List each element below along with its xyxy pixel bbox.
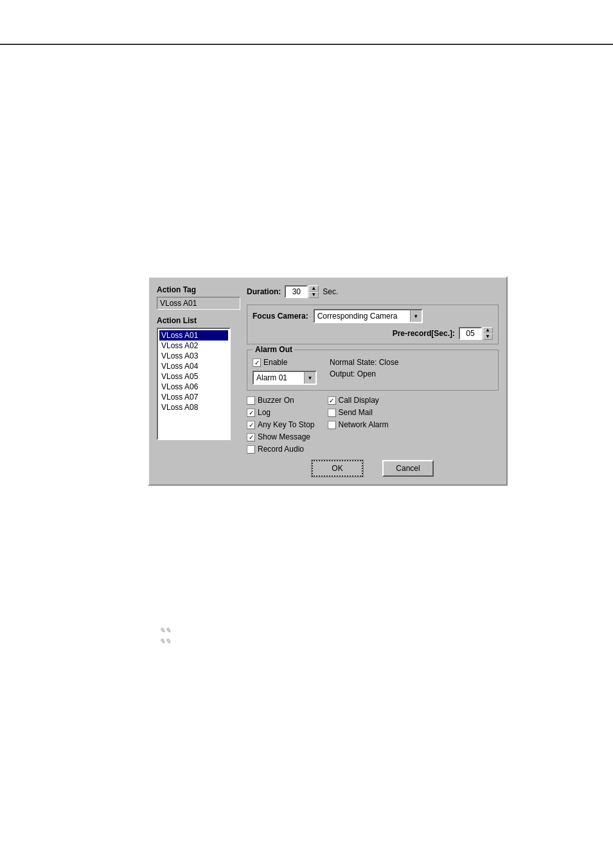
alarm-out-dropdown[interactable]: Alarm 01 ▼	[253, 371, 317, 385]
any-key-checkbox[interactable]	[247, 421, 255, 429]
duration-down-button[interactable]: ▼	[308, 292, 319, 298]
duration-spinbox: ▲ ▼	[285, 285, 319, 298]
buzzer-on-label: Buzzer On	[258, 396, 294, 405]
right-panel: Duration: ▲ ▼ Sec. Focus Camera: Corresp…	[247, 285, 499, 477]
buzzer-on-row: Buzzer On	[247, 396, 315, 405]
prerecord-up-button[interactable]: ▲	[483, 327, 493, 333]
top-divider	[0, 44, 613, 45]
alarm-out-value: Alarm 01	[254, 373, 304, 383]
log-label: Log	[258, 408, 271, 417]
prerecord-spin-buttons: ▲ ▼	[483, 327, 493, 340]
focus-camera-value: Corresponding Camera	[315, 311, 410, 321]
any-key-row: Any Key To Stop	[247, 420, 315, 429]
send-mail-row: Send Mail	[328, 408, 389, 417]
camera-section: Focus Camera: Corresponding Camera ▼ Pre…	[247, 305, 499, 344]
output-label: Output: Open	[330, 369, 398, 378]
action-list-label: Action List	[157, 316, 240, 325]
ok-button[interactable]: OK	[312, 460, 363, 477]
action-dialog: Action Tag VLoss A01 Action List VLoss A…	[148, 276, 508, 486]
network-alarm-checkbox[interactable]	[328, 421, 336, 429]
alarm-out-arrow-icon[interactable]: ▼	[304, 372, 315, 384]
buzzer-on-checkbox[interactable]	[247, 396, 255, 405]
duration-input[interactable]	[285, 285, 308, 298]
dropdown-arrow-icon[interactable]: ▼	[410, 310, 422, 322]
alarm-out-content: Enable Alarm 01 ▼ Normal State: Close Ou…	[253, 358, 493, 385]
focus-camera-label: Focus Camera:	[253, 312, 308, 321]
list-item[interactable]: VLoss A05	[159, 371, 228, 382]
call-display-label: Call Display	[339, 396, 379, 405]
duration-up-button[interactable]: ▲	[308, 285, 319, 292]
watermark-line-2: ✎✎	[159, 637, 171, 646]
call-display-checkbox[interactable]	[328, 396, 336, 405]
alarm-enable-checkbox[interactable]	[253, 359, 261, 367]
send-mail-checkbox[interactable]	[328, 409, 336, 417]
watermark-area: ✎✎ ✎✎	[159, 626, 171, 646]
show-message-label: Show Message	[258, 432, 310, 441]
action-list-box[interactable]: VLoss A01 VLoss A02 VLoss A03 VLoss A04 …	[157, 328, 231, 440]
prerecord-input[interactable]	[459, 327, 482, 340]
show-message-row: Show Message	[247, 432, 315, 441]
duration-spin-buttons: ▲ ▼	[308, 285, 319, 298]
alarm-out-group: Alarm Out Enable Alarm 01 ▼ Normal St	[247, 350, 499, 391]
options-left-col: Buzzer On Log Any Key To Stop Show Messa…	[247, 396, 315, 454]
list-item[interactable]: VLoss A08	[159, 402, 228, 412]
network-alarm-row: Network Alarm	[328, 420, 389, 429]
focus-camera-dropdown[interactable]: Corresponding Camera ▼	[314, 309, 423, 323]
list-item[interactable]: VLoss A02	[159, 341, 228, 351]
prerecord-row: Pre-record[Sec.]: ▲ ▼	[253, 327, 493, 340]
list-item[interactable]: VLoss A07	[159, 392, 228, 402]
list-item[interactable]: VLoss A03	[159, 351, 228, 361]
left-panel: Action Tag VLoss A01 Action List VLoss A…	[157, 285, 240, 477]
record-audio-row: Record Audio	[247, 445, 315, 454]
alarm-enable-row: Enable	[253, 358, 317, 367]
alarm-enable-label: Enable	[263, 358, 287, 367]
action-tag-value: VLoss A01	[157, 297, 240, 310]
log-row: Log	[247, 408, 315, 417]
duration-row: Duration: ▲ ▼ Sec.	[247, 285, 499, 298]
record-audio-label: Record Audio	[258, 445, 304, 454]
send-mail-label: Send Mail	[339, 408, 373, 417]
alarm-out-left: Enable Alarm 01 ▼	[253, 358, 317, 385]
prerecord-label: Pre-record[Sec.]:	[393, 329, 455, 338]
focus-camera-row: Focus Camera: Corresponding Camera ▼	[253, 309, 493, 323]
show-message-checkbox[interactable]	[247, 433, 255, 441]
any-key-label: Any Key To Stop	[258, 420, 315, 429]
normal-state-label: Normal State: Close	[330, 358, 398, 367]
action-tag-label: Action Tag	[157, 285, 240, 294]
alarm-out-right: Normal State: Close Output: Open	[330, 358, 398, 378]
cancel-button[interactable]: Cancel	[382, 460, 434, 477]
alarm-out-legend: Alarm Out	[253, 345, 295, 354]
list-item[interactable]: VLoss A04	[159, 361, 228, 371]
watermark-line-1: ✎✎	[159, 626, 171, 635]
options-right-col: Call Display Send Mail Network Alarm	[328, 396, 389, 454]
record-audio-checkbox[interactable]	[247, 445, 255, 454]
options-section: Buzzer On Log Any Key To Stop Show Messa…	[247, 396, 499, 454]
buttons-row: OK Cancel	[247, 460, 499, 477]
call-display-row: Call Display	[328, 396, 389, 405]
duration-label: Duration:	[247, 287, 281, 296]
sec-label: Sec.	[323, 287, 338, 296]
prerecord-spinbox: ▲ ▼	[459, 327, 493, 340]
list-item[interactable]: VLoss A06	[159, 382, 228, 392]
log-checkbox[interactable]	[247, 409, 255, 417]
list-item[interactable]: VLoss A01	[159, 330, 228, 341]
network-alarm-label: Network Alarm	[339, 420, 389, 429]
prerecord-down-button[interactable]: ▼	[483, 333, 493, 340]
